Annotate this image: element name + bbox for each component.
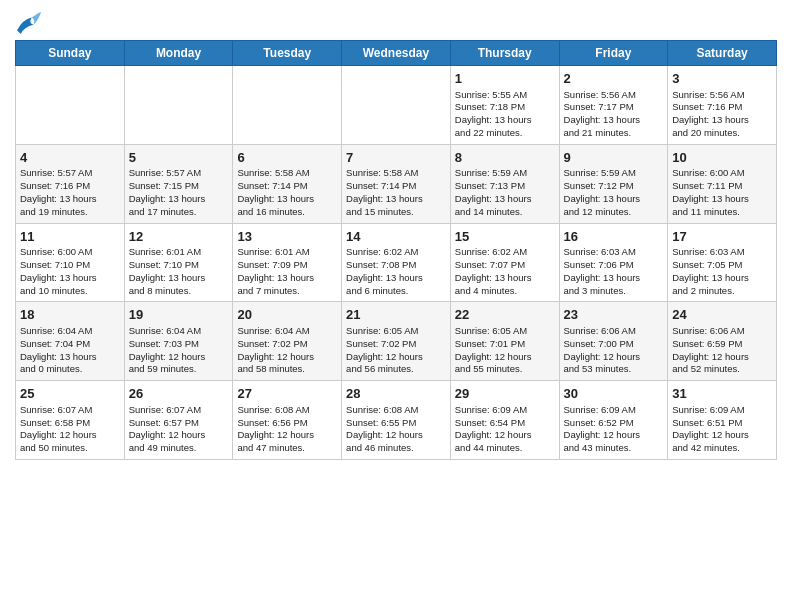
calendar-cell: 9Sunrise: 5:59 AM Sunset: 7:12 PM Daylig…	[559, 144, 668, 223]
day-number: 6	[237, 149, 337, 167]
day-number: 26	[129, 385, 229, 403]
calendar-cell: 4Sunrise: 5:57 AM Sunset: 7:16 PM Daylig…	[16, 144, 125, 223]
calendar-table: SundayMondayTuesdayWednesdayThursdayFrid…	[15, 40, 777, 460]
day-number: 1	[455, 70, 555, 88]
day-number: 8	[455, 149, 555, 167]
page-container: SundayMondayTuesdayWednesdayThursdayFrid…	[0, 0, 792, 470]
day-info: Sunrise: 6:06 AM Sunset: 6:59 PM Dayligh…	[672, 325, 772, 376]
day-info: Sunrise: 6:05 AM Sunset: 7:01 PM Dayligh…	[455, 325, 555, 376]
day-number: 31	[672, 385, 772, 403]
day-number: 4	[20, 149, 120, 167]
day-info: Sunrise: 5:57 AM Sunset: 7:16 PM Dayligh…	[20, 167, 120, 218]
day-info: Sunrise: 6:03 AM Sunset: 7:06 PM Dayligh…	[564, 246, 664, 297]
day-info: Sunrise: 5:59 AM Sunset: 7:12 PM Dayligh…	[564, 167, 664, 218]
day-info: Sunrise: 6:00 AM Sunset: 7:11 PM Dayligh…	[672, 167, 772, 218]
day-info: Sunrise: 6:05 AM Sunset: 7:02 PM Dayligh…	[346, 325, 446, 376]
calendar-cell	[342, 66, 451, 145]
day-number: 20	[237, 306, 337, 324]
calendar-cell: 27Sunrise: 6:08 AM Sunset: 6:56 PM Dayli…	[233, 381, 342, 460]
calendar-week-1: 1Sunrise: 5:55 AM Sunset: 7:18 PM Daylig…	[16, 66, 777, 145]
day-number: 28	[346, 385, 446, 403]
day-info: Sunrise: 5:59 AM Sunset: 7:13 PM Dayligh…	[455, 167, 555, 218]
header-day-sunday: Sunday	[16, 41, 125, 66]
calendar-cell: 2Sunrise: 5:56 AM Sunset: 7:17 PM Daylig…	[559, 66, 668, 145]
header-day-thursday: Thursday	[450, 41, 559, 66]
header-day-wednesday: Wednesday	[342, 41, 451, 66]
calendar-cell: 29Sunrise: 6:09 AM Sunset: 6:54 PM Dayli…	[450, 381, 559, 460]
day-number: 17	[672, 228, 772, 246]
day-number: 13	[237, 228, 337, 246]
calendar-cell: 24Sunrise: 6:06 AM Sunset: 6:59 PM Dayli…	[668, 302, 777, 381]
calendar-cell: 20Sunrise: 6:04 AM Sunset: 7:02 PM Dayli…	[233, 302, 342, 381]
logo	[15, 10, 47, 34]
day-number: 29	[455, 385, 555, 403]
day-number: 16	[564, 228, 664, 246]
header-day-tuesday: Tuesday	[233, 41, 342, 66]
calendar-cell: 8Sunrise: 5:59 AM Sunset: 7:13 PM Daylig…	[450, 144, 559, 223]
day-number: 24	[672, 306, 772, 324]
day-number: 18	[20, 306, 120, 324]
calendar-cell	[233, 66, 342, 145]
calendar-week-4: 18Sunrise: 6:04 AM Sunset: 7:04 PM Dayli…	[16, 302, 777, 381]
calendar-cell: 18Sunrise: 6:04 AM Sunset: 7:04 PM Dayli…	[16, 302, 125, 381]
calendar-cell: 12Sunrise: 6:01 AM Sunset: 7:10 PM Dayli…	[124, 223, 233, 302]
day-number: 12	[129, 228, 229, 246]
calendar-cell: 10Sunrise: 6:00 AM Sunset: 7:11 PM Dayli…	[668, 144, 777, 223]
calendar-cell: 31Sunrise: 6:09 AM Sunset: 6:51 PM Dayli…	[668, 381, 777, 460]
day-number: 21	[346, 306, 446, 324]
day-number: 10	[672, 149, 772, 167]
calendar-cell: 7Sunrise: 5:58 AM Sunset: 7:14 PM Daylig…	[342, 144, 451, 223]
day-number: 22	[455, 306, 555, 324]
calendar-cell: 26Sunrise: 6:07 AM Sunset: 6:57 PM Dayli…	[124, 381, 233, 460]
day-info: Sunrise: 5:56 AM Sunset: 7:17 PM Dayligh…	[564, 89, 664, 140]
logo-icon	[15, 10, 43, 34]
day-number: 27	[237, 385, 337, 403]
day-info: Sunrise: 5:56 AM Sunset: 7:16 PM Dayligh…	[672, 89, 772, 140]
calendar-cell: 28Sunrise: 6:08 AM Sunset: 6:55 PM Dayli…	[342, 381, 451, 460]
header-day-friday: Friday	[559, 41, 668, 66]
day-number: 9	[564, 149, 664, 167]
calendar-cell: 23Sunrise: 6:06 AM Sunset: 7:00 PM Dayli…	[559, 302, 668, 381]
day-number: 14	[346, 228, 446, 246]
header	[15, 10, 777, 34]
calendar-cell: 25Sunrise: 6:07 AM Sunset: 6:58 PM Dayli…	[16, 381, 125, 460]
day-info: Sunrise: 6:00 AM Sunset: 7:10 PM Dayligh…	[20, 246, 120, 297]
day-info: Sunrise: 6:01 AM Sunset: 7:10 PM Dayligh…	[129, 246, 229, 297]
day-info: Sunrise: 6:07 AM Sunset: 6:57 PM Dayligh…	[129, 404, 229, 455]
calendar-cell: 19Sunrise: 6:04 AM Sunset: 7:03 PM Dayli…	[124, 302, 233, 381]
day-number: 2	[564, 70, 664, 88]
day-info: Sunrise: 6:04 AM Sunset: 7:03 PM Dayligh…	[129, 325, 229, 376]
calendar-week-5: 25Sunrise: 6:07 AM Sunset: 6:58 PM Dayli…	[16, 381, 777, 460]
day-info: Sunrise: 6:03 AM Sunset: 7:05 PM Dayligh…	[672, 246, 772, 297]
calendar-cell: 15Sunrise: 6:02 AM Sunset: 7:07 PM Dayli…	[450, 223, 559, 302]
calendar-cell: 3Sunrise: 5:56 AM Sunset: 7:16 PM Daylig…	[668, 66, 777, 145]
header-row: SundayMondayTuesdayWednesdayThursdayFrid…	[16, 41, 777, 66]
calendar-cell: 22Sunrise: 6:05 AM Sunset: 7:01 PM Dayli…	[450, 302, 559, 381]
day-number: 25	[20, 385, 120, 403]
calendar-header: SundayMondayTuesdayWednesdayThursdayFrid…	[16, 41, 777, 66]
header-day-saturday: Saturday	[668, 41, 777, 66]
calendar-cell: 17Sunrise: 6:03 AM Sunset: 7:05 PM Dayli…	[668, 223, 777, 302]
calendar-week-3: 11Sunrise: 6:00 AM Sunset: 7:10 PM Dayli…	[16, 223, 777, 302]
calendar-cell: 30Sunrise: 6:09 AM Sunset: 6:52 PM Dayli…	[559, 381, 668, 460]
day-info: Sunrise: 6:01 AM Sunset: 7:09 PM Dayligh…	[237, 246, 337, 297]
day-info: Sunrise: 6:08 AM Sunset: 6:55 PM Dayligh…	[346, 404, 446, 455]
day-info: Sunrise: 6:07 AM Sunset: 6:58 PM Dayligh…	[20, 404, 120, 455]
day-info: Sunrise: 6:06 AM Sunset: 7:00 PM Dayligh…	[564, 325, 664, 376]
day-info: Sunrise: 5:58 AM Sunset: 7:14 PM Dayligh…	[346, 167, 446, 218]
day-number: 30	[564, 385, 664, 403]
calendar-cell: 5Sunrise: 5:57 AM Sunset: 7:15 PM Daylig…	[124, 144, 233, 223]
day-number: 15	[455, 228, 555, 246]
day-number: 23	[564, 306, 664, 324]
day-info: Sunrise: 6:02 AM Sunset: 7:07 PM Dayligh…	[455, 246, 555, 297]
day-number: 3	[672, 70, 772, 88]
day-info: Sunrise: 6:09 AM Sunset: 6:54 PM Dayligh…	[455, 404, 555, 455]
calendar-cell	[124, 66, 233, 145]
calendar-week-2: 4Sunrise: 5:57 AM Sunset: 7:16 PM Daylig…	[16, 144, 777, 223]
calendar-cell: 14Sunrise: 6:02 AM Sunset: 7:08 PM Dayli…	[342, 223, 451, 302]
calendar-cell: 21Sunrise: 6:05 AM Sunset: 7:02 PM Dayli…	[342, 302, 451, 381]
calendar-cell: 13Sunrise: 6:01 AM Sunset: 7:09 PM Dayli…	[233, 223, 342, 302]
day-info: Sunrise: 6:08 AM Sunset: 6:56 PM Dayligh…	[237, 404, 337, 455]
day-info: Sunrise: 5:58 AM Sunset: 7:14 PM Dayligh…	[237, 167, 337, 218]
day-info: Sunrise: 6:09 AM Sunset: 6:51 PM Dayligh…	[672, 404, 772, 455]
